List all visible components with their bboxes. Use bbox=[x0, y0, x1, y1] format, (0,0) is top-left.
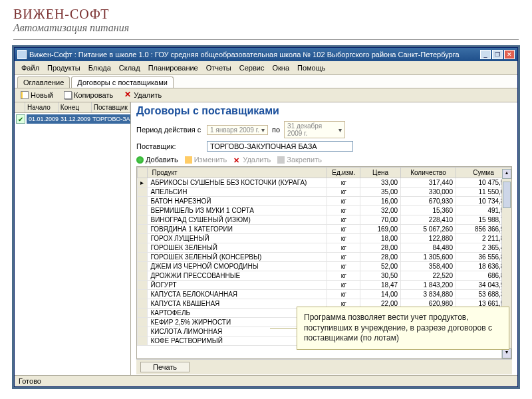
callout-note: Программа позволяет вести учет продуктов… bbox=[297, 307, 509, 350]
row-marker bbox=[138, 206, 148, 215]
row-marker bbox=[138, 318, 148, 327]
table-row[interactable]: ДРОЖЖИ ПРЕССОВАННЫЕкг30,5022,520686,86 bbox=[138, 271, 511, 281]
cell-qty: 3 834,880 bbox=[401, 290, 456, 299]
row-marker bbox=[138, 309, 148, 318]
app-icon bbox=[17, 50, 27, 59]
menu-file[interactable]: Файл bbox=[17, 63, 43, 73]
cell-unit: кг bbox=[327, 281, 360, 290]
cell-product: ГОРОХ ЛУЩЕНЫЙ bbox=[148, 234, 327, 243]
plus-icon bbox=[136, 156, 144, 164]
table-row[interactable]: ГОВЯДИНА 1 КАТЕГОРИИкг169,005 067,260856… bbox=[138, 225, 511, 234]
row-supplier: ТОРГОВО-ЗАКУПОЧНАЯ bbox=[90, 114, 130, 124]
cell-unit: кг bbox=[327, 234, 360, 243]
cell-price: 16,00 bbox=[360, 197, 401, 206]
tab-toc[interactable]: Оглавление bbox=[17, 76, 70, 88]
row-marker bbox=[138, 327, 148, 336]
menu-service[interactable]: Сервис bbox=[235, 63, 269, 73]
grid-lock-button[interactable]: Закрепить bbox=[277, 156, 322, 164]
menu-products[interactable]: Продукты bbox=[43, 63, 84, 73]
cell-qty: 228,410 bbox=[401, 215, 456, 225]
col-qty[interactable]: Количество bbox=[401, 168, 456, 178]
cell-unit: кг bbox=[327, 188, 360, 197]
page-title: Договоры с поставщиками bbox=[136, 105, 512, 117]
cell-price: 32,00 bbox=[360, 206, 401, 215]
row-check-icon: ✔ bbox=[16, 114, 25, 124]
col-supplier[interactable]: Поставщик bbox=[92, 102, 130, 112]
col-start[interactable]: Начало bbox=[25, 102, 59, 112]
contract-row[interactable]: ✔ 01.01.2009 31.12.2009 ТОРГОВО-ЗАКУПОЧН… bbox=[15, 113, 130, 125]
table-row[interactable]: ГОРОШЕК ЗЕЛЕНЫЙ (КОНСЕРВЫ)кг28,001 305,6… bbox=[138, 253, 511, 262]
menu-reports[interactable]: Отчеты bbox=[202, 63, 235, 73]
cell-product: ВИНОГРАД СУШЕНЫЙ (ИЗЮМ) bbox=[148, 215, 327, 225]
table-row[interactable]: ДЖЕМ ИЗ ЧЕРНОЙ СМОРОДИНЫкг52,00358,40018… bbox=[138, 262, 511, 271]
table-row[interactable]: КАПУСТА БЕЛОКОЧАННАЯкг14,003 834,88053 6… bbox=[138, 290, 511, 299]
cell-price: 18,00 bbox=[360, 234, 401, 243]
table-row[interactable]: ▸АБРИКОСЫ СУШЕНЫЕ БЕЗ КОСТОЧКИ (КУРАГА)к… bbox=[138, 178, 511, 188]
menu-dishes[interactable]: Блюда bbox=[84, 63, 115, 73]
col-unit[interactable]: Ед.изм. bbox=[327, 168, 360, 178]
table-row[interactable]: ВЕРМИШЕЛЬ ИЗ МУКИ 1 СОРТАкг32,0015,36049… bbox=[138, 206, 511, 215]
delete-label: Удалить bbox=[134, 91, 162, 99]
table-row[interactable]: АПЕЛЬСИНкг35,00330,00011 550,00 bbox=[138, 188, 511, 197]
copy-button[interactable]: Копировать bbox=[61, 90, 116, 100]
cell-unit: кг bbox=[327, 271, 360, 281]
cell-qty: 22,520 bbox=[401, 271, 456, 281]
cell-price: 35,00 bbox=[360, 188, 401, 197]
callout-connector bbox=[270, 328, 297, 329]
cell-qty: 5 067,260 bbox=[401, 225, 456, 234]
row-marker bbox=[138, 299, 148, 309]
menu-windows[interactable]: Окна bbox=[268, 63, 293, 73]
menu-planning[interactable]: Планирование bbox=[144, 63, 202, 73]
date-to-input[interactable]: 31 декабря 2009 г.▾ bbox=[284, 121, 345, 138]
cell-price: 70,00 bbox=[360, 215, 401, 225]
new-button[interactable]: Новый bbox=[17, 90, 57, 100]
table-row[interactable]: ЙОГУРТкг18,471 843,20034 043,90 bbox=[138, 281, 511, 290]
supplier-label: Поставщик: bbox=[136, 142, 203, 150]
row-marker bbox=[138, 188, 148, 197]
grid-delete-label: Удалить bbox=[243, 156, 271, 164]
table-row[interactable]: ГОРОШЕК ЗЕЛЕНЫЙкг28,0084,4802 365,44 bbox=[138, 243, 511, 253]
menu-help[interactable]: Помощь bbox=[293, 63, 330, 73]
scrollbar-thumb[interactable] bbox=[503, 182, 511, 208]
col-end[interactable]: Конец bbox=[59, 102, 92, 112]
scroll-up-button[interactable]: ▴ bbox=[502, 169, 511, 179]
cell-unit: кг bbox=[327, 253, 360, 262]
row-marker bbox=[138, 336, 148, 346]
table-row[interactable]: ВИНОГРАД СУШЕНЫЙ (ИЗЮМ)кг70,00228,41015 … bbox=[138, 215, 511, 225]
cell-qty: 670,930 bbox=[401, 197, 456, 206]
grid-delete-button[interactable]: ✕Удалить bbox=[233, 156, 271, 164]
cell-product: БАТОН НАРЕЗНОЙ bbox=[148, 197, 327, 206]
table-row[interactable]: БАТОН НАРЕЗНОЙкг16,00670,93010 734,88 bbox=[138, 197, 511, 206]
grid-edit-button[interactable]: Изменить bbox=[185, 156, 227, 164]
table-row[interactable]: ГОРОХ ЛУЩЕНЫЙкг18,00122,8802 211,84 bbox=[138, 234, 511, 243]
grid-add-button[interactable]: Добавить bbox=[136, 156, 178, 164]
maximize-button[interactable]: ❐ bbox=[492, 50, 503, 59]
cell-price: 18,47 bbox=[360, 281, 401, 290]
row-marker bbox=[138, 271, 148, 281]
col-price[interactable]: Цена bbox=[360, 168, 401, 178]
cell-product: АБРИКОСЫ СУШЕНЫЕ БЕЗ КОСТОЧКИ (КУРАГА) bbox=[148, 178, 327, 188]
x-icon: ✕ bbox=[233, 156, 241, 164]
cell-product: ГОРОШЕК ЗЕЛЕНЫЙ (КОНСЕРВЫ) bbox=[148, 253, 327, 262]
date-from-input[interactable]: 1 января 2009 г.▾ bbox=[207, 125, 268, 135]
cell-price: 28,00 bbox=[360, 243, 401, 253]
row-marker bbox=[138, 290, 148, 299]
cell-qty: 15,360 bbox=[401, 206, 456, 215]
cell-qty: 122,880 bbox=[401, 234, 456, 243]
tab-contracts[interactable]: Договоры с поставщиками bbox=[71, 76, 174, 88]
titlebar: Вижен-Софт : Питание в школе 1.0 : ГОУ с… bbox=[15, 48, 517, 61]
col-product[interactable]: Продукт bbox=[148, 168, 327, 178]
scroll-down-button[interactable]: ▾ bbox=[502, 348, 511, 358]
statusbar: Готово bbox=[15, 375, 517, 386]
close-button[interactable]: ✕ bbox=[504, 50, 515, 59]
cell-price: 14,00 bbox=[360, 290, 401, 299]
menu-warehouse[interactable]: Склад bbox=[115, 63, 144, 73]
minimize-button[interactable]: _ bbox=[480, 50, 491, 59]
cell-price: 169,00 bbox=[360, 225, 401, 234]
supplier-input[interactable]: ТОРГОВО-ЗАКУПОЧНАЯ БАЗА bbox=[207, 141, 353, 152]
grid-lock-label: Закрепить bbox=[287, 156, 322, 164]
delete-button[interactable]: ✕Удалить bbox=[120, 90, 165, 100]
cell-product: КАПУСТА БЕЛОКОЧАННАЯ bbox=[148, 290, 327, 299]
cell-price: 30,50 bbox=[360, 271, 401, 281]
print-button[interactable]: Печать bbox=[140, 362, 190, 372]
